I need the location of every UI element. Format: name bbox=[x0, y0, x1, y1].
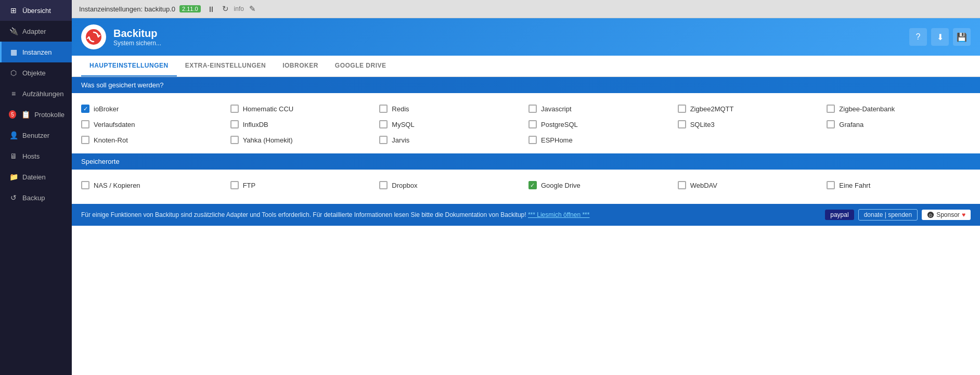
backup-source-yahka[interactable]: Yahka (Homekit) bbox=[230, 136, 375, 144]
label-nas: NAS / Kopieren bbox=[94, 182, 140, 189]
sidebar-item-aufzaehlungen[interactable]: ≡Aufzählungen bbox=[0, 83, 72, 104]
heart-icon: ♥ bbox=[962, 211, 965, 218]
checkbox-postgresql[interactable] bbox=[528, 120, 537, 128]
backup-source-javascript[interactable]: Javascript bbox=[528, 105, 673, 113]
tabs-bar: HAUPTEINSTELLUNGENEXTRA-EINSTELLUNGENIOB… bbox=[72, 56, 980, 77]
backup-source-esphome[interactable]: ESPHome bbox=[528, 136, 673, 144]
backup-source-zigbee2mqtt[interactable]: Zigbee2MQTT bbox=[678, 105, 822, 113]
backup-source-postgresql[interactable]: PostgreSQL bbox=[528, 120, 673, 128]
backup-source-zigbee-db[interactable]: Zigbee-Datenbank bbox=[827, 105, 971, 113]
info-bar: Für einige Funktionen von Backitup sind … bbox=[72, 204, 980, 226]
label-sqlite3: SQLite3 bbox=[690, 121, 715, 128]
backup-source-sqlite3[interactable]: SQLite3 bbox=[678, 120, 822, 128]
pause-button[interactable]: ⏸ bbox=[205, 4, 217, 15]
label-jarvis: Jarvis bbox=[392, 136, 409, 144]
download-button[interactable]: ⬇ bbox=[931, 28, 949, 46]
svg-point-0 bbox=[86, 29, 101, 45]
sidebar-item-adapter[interactable]: 🔌Adapter bbox=[0, 21, 72, 42]
label-redis: Redis bbox=[392, 105, 409, 113]
backup-source-verlaufsdaten[interactable]: Verlaufsdaten bbox=[81, 120, 225, 128]
sidebar: ⊞Übersicht🔌Adapter▦Instanzen⬡Objekte≡Auf… bbox=[0, 0, 72, 375]
sidebar-item-instanzen[interactable]: ▦Instanzen bbox=[0, 42, 72, 62]
sidebar-item-benutzer[interactable]: 👤Benutzer bbox=[0, 125, 72, 146]
tab-google-drive[interactable]: GOOGLE DRIVE bbox=[327, 56, 395, 76]
checkbox-googledrive[interactable]: ✓ bbox=[528, 181, 537, 189]
storage-nas[interactable]: NAS / Kopieren bbox=[81, 181, 225, 189]
tab-haupteinstellungen[interactable]: HAUPTEINSTELLUNGEN bbox=[81, 56, 177, 76]
sponsor-button[interactable]: ⊙ Sponsor ♥ bbox=[922, 210, 971, 220]
checkbox-zigbee2mqtt[interactable] bbox=[678, 105, 686, 113]
label-dropbox: Dropbox bbox=[392, 182, 417, 189]
checkbox-yahka[interactable] bbox=[230, 136, 239, 144]
instanzen-icon: ▦ bbox=[9, 48, 18, 56]
checkbox-jarvis[interactable] bbox=[379, 136, 388, 144]
svg-text:⊙: ⊙ bbox=[929, 213, 933, 218]
checkbox-esphome[interactable] bbox=[528, 136, 537, 144]
storage-einefahrt[interactable]: Eine Fahrt bbox=[827, 181, 971, 189]
storage-googledrive[interactable]: ✓Google Drive bbox=[528, 181, 673, 189]
checkbox-iobroker[interactable]: ✓ bbox=[81, 105, 89, 113]
tab-extra-einstellungen[interactable]: EXTRA-EINSTELLUNGEN bbox=[177, 56, 275, 76]
label-einefahrt: Eine Fahrt bbox=[839, 182, 870, 189]
sidebar-item-protokolle[interactable]: 5📋Protokolle bbox=[0, 104, 72, 125]
backup-source-jarvis[interactable]: Jarvis bbox=[379, 136, 523, 144]
backup-source-redis[interactable]: Redis bbox=[379, 105, 523, 113]
sidebar-item-backup[interactable]: ↺Backup bbox=[0, 187, 72, 208]
checkbox-einefahrt[interactable] bbox=[827, 181, 835, 189]
storage-webdav[interactable]: WebDAV bbox=[678, 181, 822, 189]
label-javascript: Javascript bbox=[541, 105, 572, 113]
backup-source-mysql[interactable]: MySQL bbox=[379, 120, 523, 128]
backup-sources-header: Was soll gesichert werden? bbox=[72, 77, 980, 93]
sidebar-item-uebersicht[interactable]: ⊞Übersicht bbox=[0, 0, 72, 21]
refresh-button[interactable]: ↻ bbox=[220, 3, 231, 15]
backup-icon: ↺ bbox=[9, 193, 18, 202]
uebersicht-icon: ⊞ bbox=[9, 6, 18, 15]
sidebar-item-dateien[interactable]: 📁Dateien bbox=[0, 166, 72, 187]
label-grafana: Grafana bbox=[839, 121, 863, 128]
label-webdav: WebDAV bbox=[690, 182, 717, 189]
checkbox-verlaufsdaten[interactable] bbox=[81, 120, 89, 128]
backup-source-grafana[interactable]: Grafana bbox=[827, 120, 971, 128]
checkbox-influxdb[interactable] bbox=[230, 120, 239, 128]
backup-source-iobroker[interactable]: ✓ioBroker bbox=[81, 105, 225, 113]
sidebar-item-hosts[interactable]: 🖥Hosts bbox=[0, 146, 72, 166]
help-button[interactable]: ? bbox=[909, 28, 927, 46]
label-esphome: ESPHome bbox=[541, 136, 573, 144]
storage-ftp[interactable]: FTP bbox=[230, 181, 375, 189]
label-zigbee-db: Zigbee-Datenbank bbox=[839, 105, 895, 113]
checkbox-javascript[interactable] bbox=[528, 105, 537, 113]
backup-source-knoten-rot[interactable]: Knoten-Rot bbox=[81, 136, 225, 144]
checkbox-homematic[interactable] bbox=[230, 105, 239, 113]
info-bar-text: Für einige Funktionen von Backitup sind … bbox=[81, 211, 589, 218]
info-bar-link[interactable]: *** Liesmich öffnen *** bbox=[528, 211, 590, 218]
checkbox-zigbee-db[interactable] bbox=[827, 105, 835, 113]
edit-button[interactable]: ✎ bbox=[247, 3, 258, 15]
label-googledrive: Google Drive bbox=[541, 182, 581, 189]
storage-locations-title: Speicherorte bbox=[81, 158, 120, 165]
checkbox-ftp[interactable] bbox=[230, 181, 239, 189]
checkbox-redis[interactable] bbox=[379, 105, 388, 113]
sidebar-label-instanzen: Instanzen bbox=[22, 48, 51, 56]
topbar: Instanzeinstellungen: backitup.0 2.11.0 … bbox=[72, 0, 980, 18]
backup-source-influxdb[interactable]: InfluxDB bbox=[230, 120, 375, 128]
checkbox-webdav[interactable] bbox=[678, 181, 686, 189]
donate-button[interactable]: donate | spenden bbox=[858, 209, 918, 221]
checkbox-knoten-rot[interactable] bbox=[81, 136, 89, 144]
checkbox-nas[interactable] bbox=[81, 181, 89, 189]
sidebar-item-objekte[interactable]: ⬡Objekte bbox=[0, 62, 72, 83]
github-icon: ⊙ bbox=[927, 211, 934, 218]
paypal-button[interactable]: paypal bbox=[825, 210, 854, 220]
tab-iobroker[interactable]: IOBROKER bbox=[274, 56, 327, 76]
storage-locations-grid: NAS / KopierenFTPDropbox✓Google DriveWeb… bbox=[72, 176, 980, 199]
backup-source-homematic[interactable]: Homematic CCU bbox=[230, 105, 375, 113]
checkbox-mysql[interactable] bbox=[379, 120, 388, 128]
checkbox-sqlite3[interactable] bbox=[678, 120, 686, 128]
dateien-icon: 📁 bbox=[9, 173, 18, 181]
topbar-title: Instanzeinstellungen: backitup.0 bbox=[79, 5, 175, 13]
storage-dropbox[interactable]: Dropbox bbox=[379, 181, 523, 189]
save-button[interactable]: 💾 bbox=[953, 28, 971, 46]
sidebar-label-uebersicht: Übersicht bbox=[22, 7, 51, 15]
checkbox-grafana[interactable] bbox=[827, 120, 835, 128]
checkbox-dropbox[interactable] bbox=[379, 181, 388, 189]
sidebar-label-dateien: Dateien bbox=[22, 173, 46, 181]
